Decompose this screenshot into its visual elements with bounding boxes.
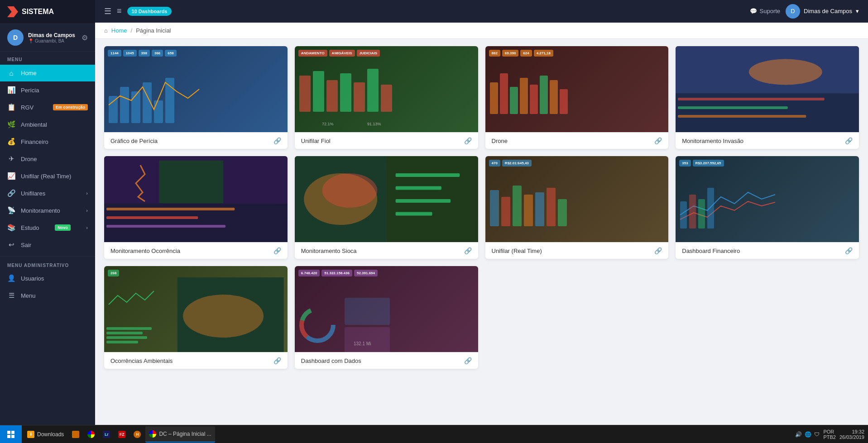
stat-box: 624	[520, 50, 532, 57]
sidebar-item-rgv[interactable]: 📋 RGV Em construção	[0, 99, 95, 116]
card-preview: 6.748.420 51.322.158.436 52.391.694 132.…	[295, 266, 478, 352]
card-monitoramento-sioca[interactable]: Monitoramento Sioca 🔗	[295, 156, 478, 259]
rgv-icon: 📋	[7, 103, 15, 111]
sidebar-item-monitoramento[interactable]: 📡 Monitoramento ›	[0, 202, 95, 219]
preview-map	[676, 46, 859, 132]
sidebar-item-home[interactable]: ⌂ Home	[0, 65, 95, 81]
svg-rect-1	[120, 87, 129, 123]
link-icon[interactable]: 🔗	[273, 247, 281, 254]
drone-icon: ✈	[7, 155, 15, 163]
card-unifilar-fiol[interactable]: ANDAMENTO AMIGÁVEIS JUDICIAIS	[295, 46, 478, 149]
card-footer: Monitoramento Invasão 🔗	[676, 132, 859, 149]
sidebar-item-unifilar-rt[interactable]: 📈 Unifilar (Real Time)	[0, 167, 95, 185]
link-icon[interactable]: 🔗	[464, 137, 472, 144]
downloads-app-icon: ⬇	[27, 431, 34, 438]
mini-stats: ANDAMENTO AMIGÁVEIS JUDICIAIS	[298, 50, 475, 57]
estudo-badge: Novo	[55, 224, 71, 231]
preview-map2	[104, 156, 288, 242]
home-icon: ⌂	[7, 69, 15, 77]
stat-box: JUDICIAIS	[357, 50, 380, 57]
dashboard-grid: 1144 1045 398 366 658	[95, 39, 868, 443]
svg-rect-9	[340, 73, 351, 112]
card-ocorrencias-ambientais[interactable]: 268 Ocorrências A	[104, 266, 288, 369]
sidebar-item-sair[interactable]: ↩ Sair	[0, 236, 95, 253]
mini-preview: 470 R$2.01:645,43	[485, 156, 669, 242]
card-unifilar-realtime[interactable]: 470 R$2.01:645,43	[485, 156, 669, 259]
stat-box: 6.748.420	[298, 270, 320, 276]
support-icon: 💬	[750, 8, 757, 14]
svg-rect-47	[535, 192, 544, 226]
mini-stats: 268	[108, 270, 284, 276]
preview-sioca	[295, 156, 478, 242]
card-monitoramento-ocorrencia[interactable]: Monitoramento Ocorrência 🔗	[104, 156, 288, 259]
main-content: ☰ ≡ 10 Dashboards 💬 Suporte D Dimas de C…	[95, 0, 868, 443]
sidebar-item-estudo[interactable]: 📚 Estudo Novo ›	[0, 219, 95, 236]
sair-icon: ↩	[7, 241, 15, 249]
card-dashboard-dados[interactable]: 6.748.420 51.322.158.436 52.391.694 132.…	[295, 266, 478, 369]
svg-rect-68	[7, 435, 10, 438]
sidebar-item-unifilares[interactable]: 🔗 Unifilares ›	[0, 185, 95, 202]
sidebar-item-menu[interactable]: ☰ Menu	[0, 287, 95, 304]
card-monitoramento-invasao[interactable]: Monitoramento Invasão 🔗	[676, 46, 859, 149]
breadcrumb-current: Página Inicial	[136, 27, 171, 34]
card-graficos-pericia[interactable]: 1144 1045 398 366 658	[104, 46, 288, 149]
link-icon[interactable]: 🔗	[845, 137, 853, 144]
link-icon[interactable]: 🔗	[845, 247, 853, 254]
svg-rect-40	[395, 186, 441, 190]
link-icon[interactable]: 🔗	[654, 137, 662, 144]
preview-fin	[676, 170, 859, 242]
svg-rect-2	[131, 91, 140, 123]
svg-rect-28	[678, 115, 806, 118]
chevron-right-icon: ›	[86, 225, 88, 230]
dashboard-row-2: Monitoramento Ocorrência 🔗	[104, 156, 859, 259]
svg-rect-49	[558, 199, 567, 226]
settings-icon[interactable]: ⚙	[82, 33, 88, 42]
svg-rect-57	[106, 332, 143, 334]
link-icon[interactable]: 🔗	[273, 137, 281, 144]
topbar-user[interactable]: D Dimas de Campos ▾	[786, 4, 859, 19]
svg-rect-42	[395, 212, 432, 216]
sidebar-item-pericia[interactable]: 📊 Perícia	[0, 81, 95, 99]
system-tray: 🔊 🌐 🛡	[795, 431, 820, 438]
mini-preview: 268	[104, 266, 288, 352]
taskbar-app-filezilla[interactable]: FZ	[115, 426, 129, 443]
svg-rect-18	[520, 78, 528, 114]
sidebar: SISTEMA D Dimas de Campos 📍 Guanambi, BA…	[0, 0, 95, 443]
taskbar-app-downloads[interactable]: ⬇ Downloads	[24, 426, 67, 443]
preview-chart: 72.1% 91.13%	[295, 57, 478, 132]
admin-section-label: MENU ADMINISTRATIVO	[0, 259, 95, 270]
link-icon[interactable]: 🔗	[654, 247, 662, 254]
taskbar-app-heidisql[interactable]: H	[130, 426, 144, 443]
sidebar-item-ambiental[interactable]: 🌿 Ambiental	[0, 116, 95, 133]
card-dashboard-financeiro[interactable]: 353 R$3.207.552,65	[676, 156, 859, 259]
taskbar-app-browser[interactable]: DC – Página Inicial ...	[145, 426, 215, 443]
taskbar-app-lightroom[interactable]: Lr	[99, 426, 114, 443]
preview-amb	[104, 277, 288, 352]
app2-icon	[72, 431, 79, 438]
sidebar-item-drone[interactable]: ✈ Drone	[0, 150, 95, 167]
support-button[interactable]: 💬 Suporte	[750, 8, 781, 14]
stat-box: 1045	[123, 50, 137, 57]
link-icon[interactable]: 🔗	[273, 357, 281, 364]
taskbar-app-2[interactable]	[68, 426, 83, 443]
sidebar-item-usuarios[interactable]: 👤 Usuarios	[0, 270, 95, 287]
card-drone[interactable]: 882 69.390 624 4.271,18	[485, 46, 669, 149]
sidebar-item-financeiro[interactable]: 💰 Financeiro	[0, 133, 95, 150]
svg-rect-33	[106, 216, 198, 219]
list-icon[interactable]: ≡	[117, 6, 122, 16]
breadcrumb-home[interactable]: Home	[111, 27, 127, 34]
monitoramento-icon: 📡	[7, 206, 15, 214]
taskbar-app-chrome[interactable]	[84, 426, 98, 443]
link-icon[interactable]: 🔗	[464, 357, 472, 364]
hamburger-icon[interactable]: ☰	[104, 6, 111, 16]
svg-rect-58	[106, 336, 147, 339]
avatar: D	[7, 29, 24, 46]
app-logo[interactable]: SISTEMA	[7, 6, 54, 17]
card-footer: Dashboard com Dados 🔗	[295, 352, 478, 369]
stat-box: 1144	[108, 50, 121, 57]
sidebar-header: SISTEMA	[0, 0, 95, 24]
taskbar-start-button[interactable]	[0, 425, 22, 443]
chevron-down-icon: ▾	[856, 8, 859, 14]
card-title: Monitoramento Invasão	[682, 138, 743, 144]
link-icon[interactable]: 🔗	[464, 247, 472, 254]
